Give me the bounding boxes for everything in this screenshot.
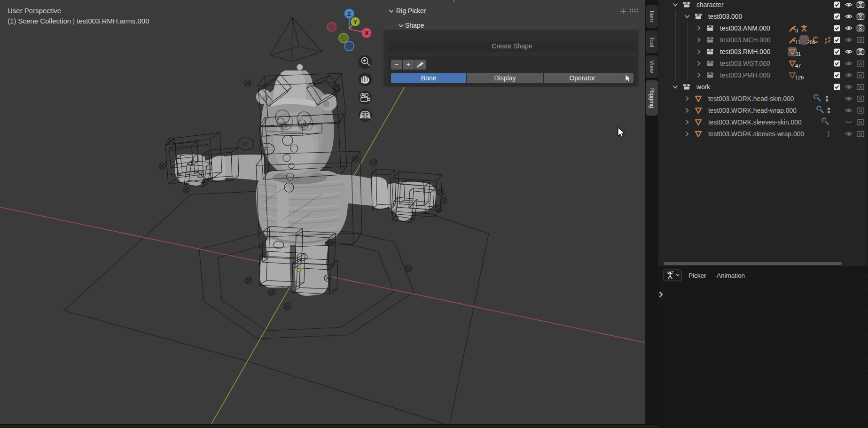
svg-text:X: X xyxy=(365,30,369,37)
svg-text:R: R xyxy=(243,140,247,148)
svg-text:test003.MCH.000: test003.MCH.000 xyxy=(720,37,771,44)
svg-text:Z: Z xyxy=(347,10,351,17)
svg-text:character: character xyxy=(696,1,724,8)
svg-text:test003.WGT.000: test003.WGT.000 xyxy=(720,60,770,67)
svg-text:3: 3 xyxy=(795,28,798,33)
svg-text:Animation: Animation xyxy=(717,272,745,279)
svg-text:31: 31 xyxy=(795,51,801,57)
svg-text:test003.WORK.head-wrap.000: test003.WORK.head-wrap.000 xyxy=(708,107,797,114)
svg-text:test003.WORK.head-skin.000: test003.WORK.head-skin.000 xyxy=(708,95,794,102)
svg-text:test003.PMH.000: test003.PMH.000 xyxy=(720,72,770,79)
svg-text:E: E xyxy=(264,146,268,153)
svg-text:test003.RMH.000: test003.RMH.000 xyxy=(720,48,771,55)
svg-text:work: work xyxy=(696,84,710,91)
svg-text:test003.WORK.sleeves-wrap.000: test003.WORK.sleeves-wrap.000 xyxy=(708,131,804,138)
svg-text:Y: Y xyxy=(353,18,358,25)
svg-text:test003.WORK.sleeves-skin.000: test003.WORK.sleeves-skin.000 xyxy=(708,119,802,126)
svg-text:47: 47 xyxy=(795,63,801,69)
svg-text:126: 126 xyxy=(795,75,804,80)
svg-text:Picker: Picker xyxy=(688,272,706,279)
svg-text:test003.000: test003.000 xyxy=(708,13,742,20)
svg-text:test003.ANM.000: test003.ANM.000 xyxy=(720,25,770,32)
